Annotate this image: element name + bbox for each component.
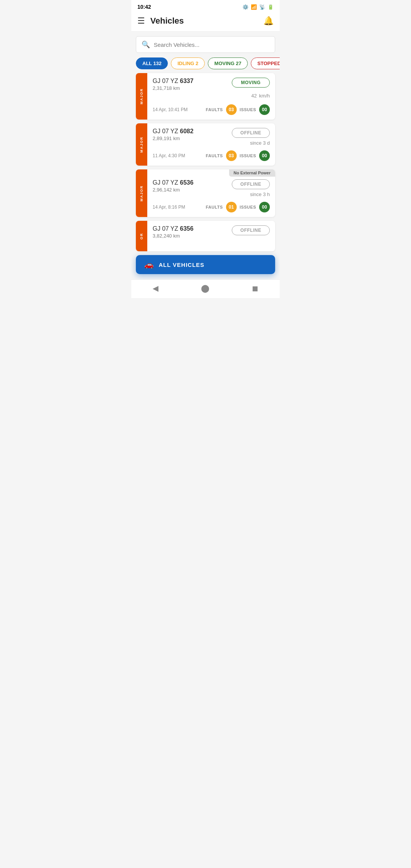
vehicle-id: GJ 07 YZ 6337 xyxy=(153,78,193,85)
vehicle-since: since 3 h xyxy=(250,191,270,197)
filter-tabs: ALL 132 IDLING 2 MOVING 27 STOPPED 4 xyxy=(131,57,280,73)
vehicle-card[interactable]: MAJOR GJ 07 YZ 6337 2,31,718 km MOVING 4… xyxy=(136,73,275,120)
status-button: OFFLINE xyxy=(232,225,270,235)
card-body: GJ 07 YZ 6356 3,82,240 km OFFLINE xyxy=(147,221,275,251)
issues-badge: 00 xyxy=(259,150,270,161)
all-vehicles-label: ALL VEHICLES xyxy=(159,262,204,268)
vehicle-km: 2,31,718 km xyxy=(153,85,193,91)
vehicle-card[interactable]: OR GJ 07 YZ 6356 3,82,240 km OFFLINE xyxy=(136,221,275,251)
faults-badge: 03 xyxy=(226,150,237,161)
filter-tab-idling[interactable]: IDLING 2 xyxy=(171,57,205,69)
vehicle-list: MAJOR GJ 07 YZ 6337 2,31,718 km MOVING 4… xyxy=(131,73,280,251)
back-icon: ◀ xyxy=(153,284,158,293)
severity-label: MAJOR xyxy=(136,169,147,217)
card-body: GJ 07 YZ 6337 2,31,718 km MOVING 42 km/h… xyxy=(147,73,275,120)
issues-badge: 00 xyxy=(259,104,270,115)
header: ☰ Vehicles 🔔 xyxy=(131,12,280,32)
card-top: GJ 07 YZ 6356 3,82,240 km OFFLINE xyxy=(153,225,270,239)
header-left: ☰ Vehicles xyxy=(137,16,184,26)
status-button: MOVING xyxy=(232,78,270,88)
home-icon: ⬤ xyxy=(201,284,209,293)
menu-icon[interactable]: ☰ xyxy=(137,16,145,26)
vehicle-id: GJ 07 YZ 6082 xyxy=(153,128,193,135)
vehicle-km: 2,89,191 km xyxy=(153,136,193,141)
card-date: 14 Apr, 8:16 PM xyxy=(153,204,185,210)
nav-home[interactable]: ⬤ xyxy=(201,284,209,293)
vehicle-id: GJ 07 YZ 6536 xyxy=(153,179,193,186)
issues-label: ISSUES xyxy=(240,107,256,112)
severity-label: MAJOR xyxy=(136,73,147,120)
wifi-icon: 📶 xyxy=(251,4,257,10)
badges: FAULTS 01 ISSUES 00 xyxy=(206,202,270,212)
vehicle-km: 2,96,142 km xyxy=(153,187,193,193)
search-bar[interactable]: 🔍 xyxy=(136,36,275,53)
issues-label: ISSUES xyxy=(240,153,256,158)
vehicle-card[interactable]: MAJOR GJ 07 YZ 6082 2,89,191 km OFFLINE … xyxy=(136,123,275,166)
nav-recents[interactable]: ◼ xyxy=(252,284,258,293)
status-button: OFFLINE xyxy=(232,128,270,138)
no-external-power-badge: No External Power xyxy=(229,169,275,177)
issues-label: ISSUES xyxy=(240,205,256,209)
search-input[interactable] xyxy=(154,41,269,48)
faults-badge: 03 xyxy=(226,104,237,115)
vehicle-card[interactable]: No External Power MAJOR GJ 07 YZ 6536 2,… xyxy=(136,169,275,217)
recents-icon: ◼ xyxy=(252,284,258,293)
severity-label: OR xyxy=(136,221,147,251)
notification-icon[interactable]: 🔔 xyxy=(263,16,274,26)
card-date: 14 Apr, 10:41 PM xyxy=(153,107,188,112)
filter-tab-moving[interactable]: MOVING 27 xyxy=(208,57,248,69)
card-body: GJ 07 YZ 6082 2,89,191 km OFFLINE since … xyxy=(147,123,275,166)
issues-badge: 00 xyxy=(259,202,270,212)
battery-icon: 🔋 xyxy=(268,4,274,10)
all-vehicles-popup[interactable]: 🚗 ALL VEHICLES xyxy=(136,255,275,274)
signal-icon: 📡 xyxy=(259,4,265,10)
nav-back[interactable]: ◀ xyxy=(153,284,158,293)
card-top: GJ 07 YZ 6082 2,89,191 km OFFLINE since … xyxy=(153,128,270,146)
severity-label: MAJOR xyxy=(136,123,147,166)
all-vehicles-icon: 🚗 xyxy=(144,260,154,269)
card-footer: 11 Apr, 4:30 PM FAULTS 03 ISSUES 00 xyxy=(153,150,270,161)
card-footer: 14 Apr, 10:41 PM FAULTS 03 ISSUES 00 xyxy=(153,104,270,115)
card-date: 11 Apr, 4:30 PM xyxy=(153,153,185,158)
status-button: OFFLINE xyxy=(232,179,270,189)
search-icon: 🔍 xyxy=(142,40,150,49)
bottom-nav: ◀ ⬤ ◼ xyxy=(131,279,280,298)
vehicle-speed: 42 km/h xyxy=(251,90,270,100)
page-title: Vehicles xyxy=(150,16,184,26)
filter-tab-all[interactable]: ALL 132 xyxy=(136,57,168,69)
card-footer: 14 Apr, 8:16 PM FAULTS 01 ISSUES 00 xyxy=(153,202,270,212)
badges: FAULTS 03 ISSUES 00 xyxy=(206,104,270,115)
faults-label: FAULTS xyxy=(206,107,223,112)
card-top: GJ 07 YZ 6536 2,96,142 km OFFLINE since … xyxy=(153,179,270,197)
faults-badge: 01 xyxy=(226,202,237,212)
settings-icon: ⚙️ xyxy=(242,4,249,10)
vehicle-km: 3,82,240 km xyxy=(153,233,193,239)
vehicle-since: since 3 d xyxy=(250,140,270,146)
badges: FAULTS 03 ISSUES 00 xyxy=(206,150,270,161)
status-time: 10:42 xyxy=(137,4,151,10)
vehicle-id: GJ 07 YZ 6356 xyxy=(153,225,193,232)
faults-label: FAULTS xyxy=(206,205,223,209)
filter-tab-stopped[interactable]: STOPPED 4 xyxy=(251,57,280,69)
status-icons: ⚙️ 📶 📡 🔋 xyxy=(242,4,274,10)
status-bar: 10:42 ⚙️ 📶 📡 🔋 xyxy=(131,0,280,12)
card-top: GJ 07 YZ 6337 2,31,718 km MOVING 42 km/h xyxy=(153,78,270,100)
faults-label: FAULTS xyxy=(206,153,223,158)
